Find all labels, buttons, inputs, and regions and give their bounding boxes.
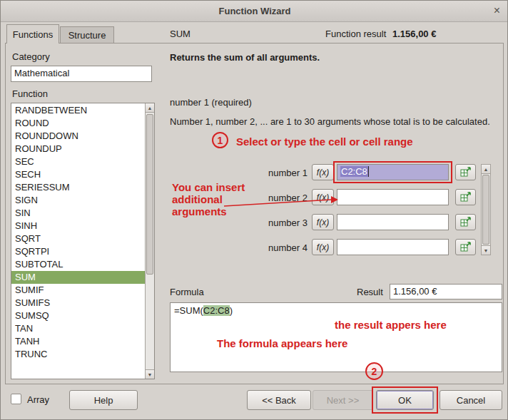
function-list-item[interactable]: SINH (11, 220, 145, 232)
function-summary: Returns the sum of all arguments. (170, 52, 320, 63)
function-list-item[interactable]: SQRTPI (11, 245, 145, 258)
category-select[interactable]: Mathematical (11, 66, 152, 82)
fx-button[interactable]: f(x) (312, 214, 334, 230)
function-list-item[interactable]: SERIESSUM (11, 181, 145, 194)
shrink-button[interactable] (455, 239, 476, 255)
function-list-item[interactable]: RANDBETWEEN (11, 104, 145, 117)
scrollbar-thumb[interactable] (146, 114, 153, 275)
function-list-item[interactable]: ROUND (11, 117, 145, 130)
back-button[interactable]: << Back (247, 390, 311, 410)
function-list-item[interactable]: TRUNC (11, 348, 145, 361)
function-label: Function (12, 88, 48, 99)
window-title: Function Wizard (1, 6, 508, 16)
shrink-button[interactable] (455, 189, 476, 205)
arguments-scrollbar[interactable]: ▲ ▼ (481, 164, 491, 255)
formula-label: Formula (170, 287, 204, 297)
function-list-scrollbar[interactable]: ▲ ▼ (145, 103, 154, 379)
close-icon[interactable]: × (494, 5, 500, 16)
step1-circle: 1 (212, 132, 228, 148)
scroll-down-icon[interactable]: ▼ (146, 369, 154, 379)
function-list-item[interactable]: SQRT (11, 232, 145, 245)
scrollbar-thumb[interactable] (482, 175, 489, 245)
scroll-up-icon[interactable]: ▲ (482, 165, 490, 174)
function-list-item[interactable]: SIGN (11, 194, 145, 207)
number1-annotation-rect (333, 161, 452, 183)
result-note: the result appers here (335, 319, 447, 331)
result-label: Result (357, 287, 383, 297)
result-field: 1.156,00 € (390, 284, 502, 299)
shrink-icon (460, 166, 472, 179)
function-result-label: Function result (325, 29, 386, 39)
ok-annotation-rect (372, 386, 438, 414)
argument-input[interactable] (337, 189, 449, 205)
titlebar: Function Wizard × (1, 1, 508, 22)
function-list-item[interactable]: SECH (11, 168, 145, 181)
function-list-wrap: RANDBETWEENROUNDROUNDDOWNROUNDUPSECSECHS… (11, 103, 155, 379)
tab-functions[interactable]: Functions (6, 24, 59, 43)
category-label: Category (12, 51, 50, 62)
shrink-button[interactable] (455, 164, 476, 180)
formula-note: The formula appears here (217, 337, 347, 349)
array-checkbox[interactable] (11, 394, 21, 404)
formula-selection: C2:C8 (203, 305, 230, 316)
next-button[interactable]: Next >> (313, 390, 373, 410)
shrink-icon (460, 191, 472, 204)
shrink-button[interactable] (455, 214, 476, 230)
cancel-button[interactable]: Cancel (440, 390, 502, 410)
argument-description: Number 1, number 2, ... are 1 to 30 argu… (170, 116, 490, 127)
argument-label: number 3 (249, 217, 308, 228)
scroll-down-icon[interactable]: ▼ (482, 245, 490, 255)
array-label: Array (27, 394, 49, 405)
function-list-item[interactable]: ROUNDDOWN (11, 130, 145, 143)
function-list-item[interactable]: TAN (11, 322, 145, 335)
function-name-heading: SUM (170, 29, 190, 39)
argument-input[interactable] (337, 239, 449, 255)
function-list-item[interactable]: ROUNDUP (11, 143, 145, 155)
function-list-item[interactable]: SUBTOTAL (11, 258, 145, 271)
argument-label: number 4 (249, 242, 308, 253)
shrink-icon (460, 216, 472, 229)
function-list-item[interactable]: SUMIFS (11, 297, 145, 309)
argument-label: number 1 (249, 168, 308, 178)
function-list-item[interactable]: SUMIF (11, 284, 145, 297)
insert-arrow (218, 192, 340, 210)
shrink-icon (460, 241, 472, 254)
function-wizard-dialog: Function Wizard × Functions Structure Ca… (0, 0, 508, 420)
function-list-item[interactable]: TANH (11, 335, 145, 348)
argument-input[interactable] (337, 214, 449, 230)
function-list-item[interactable]: SUM (11, 271, 145, 284)
function-list-item[interactable]: SIN (11, 207, 145, 220)
function-result-value: 1.156,00 € (392, 29, 436, 39)
argument-name: number 1 (required) (170, 97, 252, 108)
step1-note: Select or type the cell or cell range (236, 135, 413, 148)
fx-button[interactable]: f(x) (312, 239, 334, 255)
function-list-item[interactable]: SEC (11, 155, 145, 168)
formula-suffix: ) (230, 305, 233, 316)
fx-button[interactable]: f(x) (312, 164, 334, 180)
help-button[interactable]: Help (69, 390, 138, 410)
insert-note-line: additional (172, 193, 223, 205)
step2-circle: 2 (365, 362, 383, 380)
function-list-item[interactable]: SUMSQ (11, 309, 145, 322)
function-list[interactable]: RANDBETWEENROUNDROUNDDOWNROUNDUPSECSECHS… (11, 104, 145, 378)
tab-structure[interactable]: Structure (60, 26, 114, 43)
scroll-up-icon[interactable]: ▲ (146, 103, 154, 113)
formula-prefix: =SUM( (174, 305, 203, 316)
